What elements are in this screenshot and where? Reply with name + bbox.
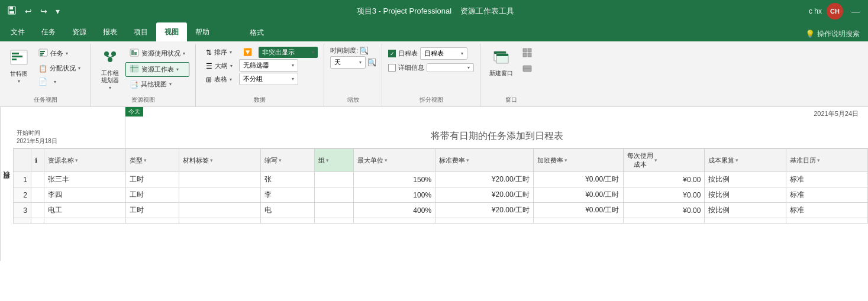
col-abbr[interactable]: 缩写 ▾ xyxy=(261,149,314,172)
type-filter-icon[interactable]: ▾ xyxy=(144,157,147,163)
maxunits-filter-icon[interactable]: ▾ xyxy=(385,157,388,163)
row-3-type[interactable]: 工时 xyxy=(125,203,179,218)
row-3-overtime[interactable]: ¥0.00/工时 xyxy=(533,203,623,218)
tab-project[interactable]: 项目 xyxy=(125,22,156,41)
arrange-btn[interactable] xyxy=(518,46,536,61)
stdrate-filter-icon[interactable]: ▾ xyxy=(466,157,469,163)
schedule-label: 日程表 xyxy=(398,49,418,58)
row-2-accrual[interactable]: 按比例 xyxy=(705,187,786,203)
row-2-maxunits[interactable]: 100% xyxy=(354,187,435,203)
row-1-abbr[interactable]: 张 xyxy=(261,172,314,187)
overtime-filter-icon[interactable]: ▾ xyxy=(564,157,567,163)
row-2-stdrate[interactable]: ¥20.00/工时 xyxy=(435,187,534,203)
quick-access-dropdown[interactable]: ▾ xyxy=(53,5,62,17)
basecalendar-filter-icon[interactable]: ▾ xyxy=(817,157,820,163)
timescale-day-dropdown[interactable]: 天 ▾ xyxy=(330,56,366,69)
row-3-maxunits[interactable]: 400% xyxy=(354,203,435,218)
outline-label: 大纲 xyxy=(215,62,228,70)
row-1-maxunits[interactable]: 150% xyxy=(354,172,435,187)
row-2-name[interactable]: 李四 xyxy=(44,187,126,203)
table-btn[interactable]: ⊞ 表格 ▾ xyxy=(202,73,236,86)
filter-btn[interactable]: 🔽 xyxy=(239,46,256,58)
row-1-name[interactable]: 张三丰 xyxy=(44,172,126,187)
row-2-abbr[interactable]: 李 xyxy=(261,187,314,203)
costperuse-filter-icon[interactable]: ▾ xyxy=(654,157,657,163)
col-costperuse[interactable]: 每次使用 成本 ▾ xyxy=(623,149,705,172)
row-3-accrual[interactable]: 按比例 xyxy=(705,203,786,218)
row-2-overtime[interactable]: ¥0.00/工时 xyxy=(533,187,623,203)
zoom-group: 时间刻度: 🔍 天 ▾ 🔍 缩放 xyxy=(324,44,382,106)
col-group[interactable]: 组 ▾ xyxy=(314,149,354,172)
resource-view-group: 工作组规划器 ▾ 资源使用状况 ▾ xyxy=(91,44,196,106)
accrual-filter-icon[interactable]: ▾ xyxy=(735,157,738,163)
undo-btn[interactable]: ↩ xyxy=(22,5,34,17)
col-basecalendar[interactable]: 基准日历 ▾ xyxy=(786,149,868,172)
group-by-dropdown[interactable]: 不分组 ▾ xyxy=(239,73,298,85)
save-quick-btn[interactable] xyxy=(5,5,19,18)
new-window-btn[interactable]: 新建窗口 xyxy=(486,46,516,79)
row-1-stdrate[interactable]: ¥20.00/工时 xyxy=(435,172,534,187)
row-3-material[interactable] xyxy=(179,203,261,218)
workgroup-btn[interactable]: 工作组规划器 ▾ xyxy=(97,46,123,92)
tab-help[interactable]: 帮助 xyxy=(187,22,218,41)
col-accrual[interactable]: 成本累算 ▾ xyxy=(705,149,786,172)
hide-btn[interactable] xyxy=(518,62,536,77)
zoom-btn[interactable]: 🔍 xyxy=(368,59,376,66)
avatar[interactable]: CH xyxy=(827,3,843,20)
resource-usage-btn[interactable]: 资源使用状况 ▾ xyxy=(125,46,189,61)
col-overtime[interactable]: 加班费率 ▾ xyxy=(533,149,623,172)
row-3-basecalendar[interactable]: 标准 xyxy=(786,203,868,218)
row-3-name[interactable]: 电工 xyxy=(44,203,126,218)
task-assign-btn[interactable]: 任务 ▾ xyxy=(34,46,85,61)
row-1-type[interactable]: 工时 xyxy=(125,172,179,187)
material-filter-icon[interactable]: ▾ xyxy=(210,157,213,163)
search-tab[interactable]: 💡 操作说明搜索 xyxy=(799,27,866,41)
row-1-group[interactable] xyxy=(314,172,354,187)
resource-sheet-btn[interactable]: 资源工作表 ▾ xyxy=(125,62,189,77)
details-dropdown[interactable]: ▾ xyxy=(427,63,474,72)
row-1-material[interactable] xyxy=(179,172,261,187)
row-3-abbr[interactable]: 电 xyxy=(261,203,314,218)
group-filter-icon[interactable]: ▾ xyxy=(326,157,329,163)
row-1-accrual[interactable]: 按比例 xyxy=(705,172,786,187)
filter-value-dropdown[interactable]: 非突出显示 ▾ xyxy=(259,47,318,58)
abbr-filter-icon[interactable]: ▾ xyxy=(279,157,282,163)
col-stdrate[interactable]: 标准费率 ▾ xyxy=(435,149,534,172)
row-2-costperuse[interactable]: ¥0.00 xyxy=(623,187,705,203)
col-name[interactable]: 资源名称 ▾ xyxy=(44,149,126,172)
tab-file[interactable]: 文件 xyxy=(2,22,33,41)
outline-btn[interactable]: ☰ 大纲 ▾ xyxy=(202,60,237,72)
row-2-material[interactable] xyxy=(179,187,261,203)
row-2-basecalendar[interactable]: 标准 xyxy=(786,187,868,203)
row-2-type[interactable]: 工时 xyxy=(125,187,179,203)
row-3-costperuse[interactable]: ¥0.00 xyxy=(623,203,705,218)
schedule-dropdown[interactable]: 日程表 ▾ xyxy=(420,47,467,60)
gantt-btn[interactable]: 甘特图 ▾ xyxy=(6,46,32,86)
row-1-overtime[interactable]: ¥0.00/工时 xyxy=(533,172,623,187)
tab-report[interactable]: 报表 xyxy=(95,22,125,41)
row-1-costperuse[interactable]: ¥0.00 xyxy=(623,172,705,187)
other-views-btn[interactable]: 📑 其他视图 ▾ xyxy=(125,78,189,90)
tab-task[interactable]: 任务 xyxy=(33,22,64,41)
filter-no-filter-dropdown[interactable]: 无筛选器 ▾ xyxy=(239,59,298,72)
redo-btn[interactable]: ↪ xyxy=(38,5,50,17)
row-2-group[interactable] xyxy=(314,187,354,203)
row-3-group[interactable] xyxy=(314,203,354,218)
minimize-btn[interactable]: — xyxy=(848,5,863,17)
tab-view[interactable]: 视图 xyxy=(156,22,187,41)
col-material[interactable]: 材料标签 ▾ xyxy=(179,149,261,172)
row-3-stdrate[interactable]: ¥20.00/工时 xyxy=(435,203,534,218)
tab-resource[interactable]: 资源 xyxy=(64,22,95,41)
extra-task-btn[interactable]: 📄 ▾ xyxy=(34,76,85,88)
col-type[interactable]: 类型 ▾ xyxy=(125,149,179,172)
svg-rect-9 xyxy=(40,51,45,52)
details-checkbox[interactable] xyxy=(388,64,396,72)
svg-rect-20 xyxy=(130,65,138,72)
zoom-search-btn[interactable]: 🔍 xyxy=(360,47,368,54)
row-1-basecalendar[interactable]: 标准 xyxy=(786,172,868,187)
sort-btn[interactable]: ⇅ 排序 ▾ xyxy=(202,46,236,59)
assign-status-btn[interactable]: 📋 分配状况 ▾ xyxy=(34,62,85,75)
name-filter-icon[interactable]: ▾ xyxy=(75,157,78,163)
schedule-checkbox[interactable]: ✓ xyxy=(388,50,396,57)
col-maxunits[interactable]: 最大单位 ▾ xyxy=(354,149,435,172)
